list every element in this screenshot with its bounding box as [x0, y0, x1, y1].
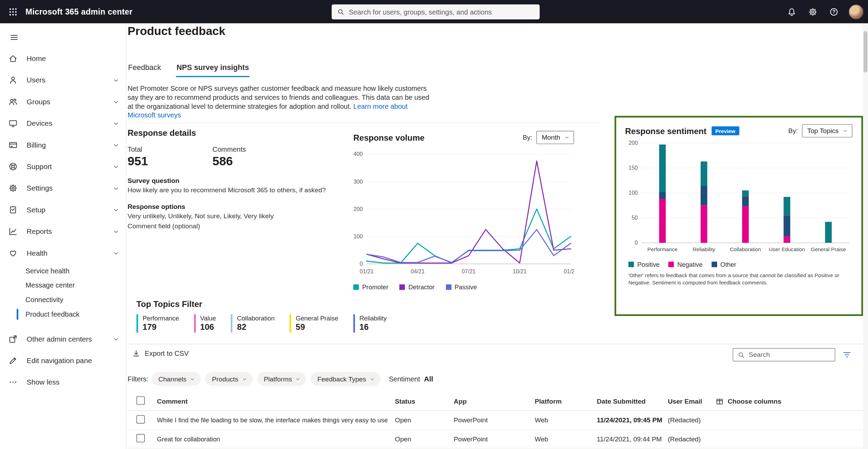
legend-label: Detractor	[408, 284, 435, 290]
sentiment-by-dropdown[interactable]: Top Topics	[802, 124, 852, 137]
sidebar-item-home[interactable]: Home	[0, 48, 126, 69]
topic-filter-reliability[interactable]: Reliability16	[353, 314, 387, 333]
cell-user-email: (Redacted)	[664, 435, 712, 442]
survey-question-label: Survey question	[128, 177, 344, 184]
sidebar-item-support[interactable]: Support	[0, 156, 126, 177]
preview-badge: Preview	[711, 126, 739, 135]
sidebar-item-groups[interactable]: Groups	[0, 91, 126, 112]
col-date-submitted[interactable]: Date Submitted	[593, 397, 664, 405]
legend-item-positive: Positive	[628, 261, 660, 268]
sentiment-filter[interactable]: Sentiment All	[389, 375, 433, 383]
scrollbar[interactable]	[863, 23, 868, 449]
sidebar-item-users[interactable]: Users	[0, 69, 126, 91]
response-options-label: Response options	[128, 203, 344, 211]
cell-platform: Web	[531, 435, 593, 442]
sidebar-item-connectivity[interactable]: Connectivity	[0, 293, 126, 307]
toolbar-divider	[128, 344, 863, 344]
scrollbar-thumb[interactable]	[863, 31, 867, 73]
table-row[interactable]: Great for collaborationOpenPowerPointWeb…	[128, 430, 863, 448]
sidebar-item-service-health[interactable]: Service health	[0, 264, 126, 279]
sidebar-item-edit-navigation-pane[interactable]: Edit navigation pane	[0, 350, 126, 371]
legend-label: Promoter	[362, 284, 389, 290]
svg-text:Reliability: Reliability	[693, 246, 715, 252]
sentiment-footnote: 'Other' refers to feedback that comes fr…	[628, 272, 846, 287]
filter-pills: ChannelsProductsPlatformsFeedback Types	[152, 372, 381, 386]
other-admin-icon	[8, 334, 18, 344]
topbar-title: Microsoft 365 admin center	[26, 7, 133, 16]
filter-pill-products[interactable]: Products	[205, 372, 253, 386]
sidebar-item-label: Settings	[27, 184, 113, 192]
sidebar-item-billing[interactable]: Billing	[0, 134, 126, 156]
svg-text:0: 0	[359, 261, 363, 267]
choose-columns-button[interactable]: Choose columns	[715, 397, 863, 405]
sidebar-item-label: Home	[27, 54, 119, 63]
sidebar-item-show-less[interactable]: Show less	[0, 371, 126, 393]
tab-nps-survey-insights[interactable]: NPS survey insights	[176, 61, 250, 77]
col-status[interactable]: Status	[391, 397, 450, 405]
sidebar-item-label: Show less	[27, 378, 119, 386]
sidebar-item-health[interactable]: Health	[0, 242, 126, 264]
nav-collapse-button[interactable]	[5, 28, 23, 46]
topic-filter-collaboration[interactable]: Collaboration82	[231, 314, 275, 333]
topbar-search-input[interactable]: Search for users, groups, settings, and …	[332, 5, 540, 19]
sidebar-item-other-admin-centers[interactable]: Other admin centers	[0, 328, 126, 350]
legend-item-negative: Negative	[668, 261, 702, 268]
app-launcher-button[interactable]	[0, 0, 26, 23]
topic-value: 59	[296, 322, 338, 332]
settings-button[interactable]	[803, 2, 822, 21]
topic-filter-performance[interactable]: Performance179	[137, 314, 179, 333]
select-all-checkbox[interactable]	[137, 396, 145, 405]
svg-text:Collaboration: Collaboration	[730, 246, 761, 252]
sidebar-item-settings[interactable]: Settings	[0, 177, 126, 199]
sentiment-filter-value: All	[424, 375, 433, 383]
topic-filter-general-praise[interactable]: General Praise59	[289, 314, 338, 333]
sidebar-item-message-center[interactable]: Message center	[0, 278, 126, 293]
feedback-table-body: While I find the file loading to be slow…	[128, 411, 863, 449]
search-icon	[337, 8, 345, 16]
reports-icon	[8, 227, 18, 236]
sidebar-item-label: Support	[27, 162, 113, 171]
tab-feedback[interactable]: Feedback	[128, 61, 162, 77]
cell-comment: While I find the file loading to be slow…	[153, 416, 391, 423]
sidebar-item-reports[interactable]: Reports	[0, 221, 126, 242]
filter-pill-feedback-types[interactable]: Feedback Types	[311, 372, 380, 386]
filter-pill-channels[interactable]: Channels	[152, 372, 201, 386]
topic-value: 16	[359, 322, 387, 332]
volume-by-group: By: Month	[523, 131, 574, 144]
cell-user-email: (Redacted)	[664, 416, 712, 424]
volume-by-dropdown[interactable]: Month	[536, 131, 574, 144]
col-comment[interactable]: Comment	[153, 397, 391, 405]
table-row[interactable]: While I find the file loading to be slow…	[128, 411, 863, 430]
chevron-down-icon	[370, 376, 375, 382]
legend-swatch	[399, 284, 405, 290]
row-checkbox[interactable]	[137, 415, 145, 423]
col-app[interactable]: App	[450, 397, 531, 405]
section-divider	[128, 123, 600, 123]
filter-button[interactable]	[842, 350, 852, 360]
svg-text:0: 0	[635, 240, 638, 246]
filter-pill-platforms[interactable]: Platforms	[257, 372, 306, 386]
table-search-input[interactable]: Search	[733, 348, 835, 361]
response-sentiment-heading: Response sentimentPreview	[625, 126, 739, 135]
account-avatar[interactable]	[849, 4, 863, 19]
sidebar-item-devices[interactable]: Devices	[0, 113, 126, 134]
export-to-csv-button[interactable]: Export to CSV	[132, 349, 189, 358]
sidebar-subitem-label: Message center	[26, 282, 75, 289]
col-user-email[interactable]: User Email	[664, 397, 712, 405]
edit-icon	[8, 356, 18, 365]
help-icon: ?	[829, 7, 838, 16]
notifications-button[interactable]	[782, 2, 801, 21]
row-checkbox[interactable]	[137, 434, 145, 442]
response-volume-chart: 010020030040001/2104/2107/2110/2101/22	[353, 146, 574, 283]
toolbar: Export to CSV Search	[128, 347, 863, 363]
sidebar-item-product-feedback[interactable]: Product feedback	[0, 307, 126, 322]
col-platform[interactable]: Platform	[531, 397, 593, 405]
help-button[interactable]: ?	[824, 2, 843, 21]
sidebar-item-setup[interactable]: Setup	[0, 199, 126, 220]
sidebar-item-label: Groups	[27, 98, 113, 106]
setup-icon	[8, 205, 18, 214]
topic-filter-value[interactable]: Value106	[194, 314, 216, 333]
legend-item-passive: Passive	[446, 284, 477, 290]
response-volume-heading: Response volume	[353, 133, 424, 142]
topbar: Microsoft 365 admin center Search for us…	[0, 0, 868, 23]
